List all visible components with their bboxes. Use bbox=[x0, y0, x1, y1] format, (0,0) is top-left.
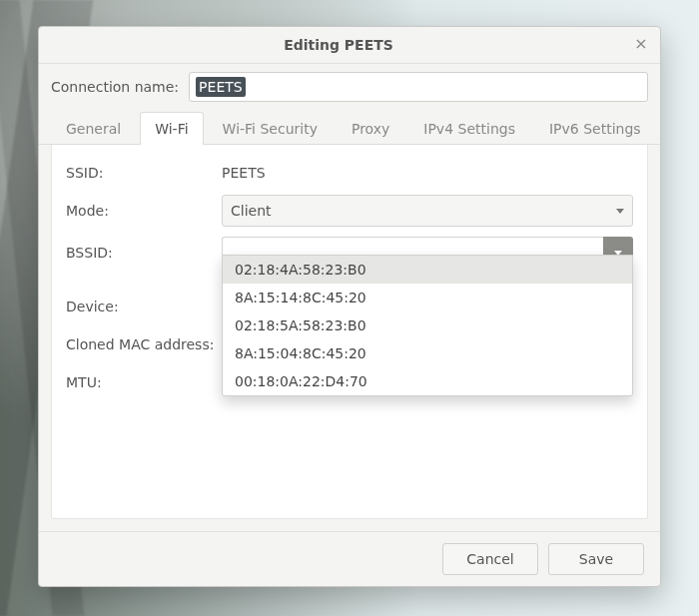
close-button[interactable]: × bbox=[630, 34, 652, 56]
tab-general[interactable]: General bbox=[51, 112, 136, 145]
dialog-footer: Cancel Save bbox=[39, 531, 660, 586]
bssid-option[interactable]: 00:18:0A:22:D4:70 bbox=[223, 367, 632, 395]
bssid-label: BSSID: bbox=[66, 245, 222, 261]
connection-name-label: Connection name: bbox=[51, 79, 179, 95]
connection-name-value: PEETS bbox=[196, 77, 246, 97]
tab-bar: General Wi-Fi Wi-Fi Security Proxy IPv4 … bbox=[39, 112, 660, 145]
ssid-label: SSID: bbox=[66, 165, 222, 181]
chevron-down-icon bbox=[616, 209, 624, 214]
ssid-row: SSID: PEETS bbox=[66, 157, 633, 189]
bssid-option[interactable]: 8A:15:14:8C:45:20 bbox=[223, 284, 632, 311]
wifi-panel: SSID: PEETS Mode: Client BSSID: Device bbox=[51, 145, 648, 519]
dialog-title: Editing PEETS bbox=[284, 37, 393, 53]
network-editor-dialog: Editing PEETS × Connection name: PEETS G… bbox=[38, 26, 661, 587]
bssid-option[interactable]: 8A:15:04:8C:45:20 bbox=[223, 339, 632, 367]
bssid-dropdown[interactable]: 02:18:4A:58:23:B0 8A:15:14:8C:45:20 02:1… bbox=[222, 255, 633, 396]
tab-ipv6-settings[interactable]: IPv6 Settings bbox=[534, 112, 656, 145]
mode-combo[interactable]: Client bbox=[222, 195, 633, 227]
mode-value: Client bbox=[231, 203, 272, 219]
titlebar: Editing PEETS × bbox=[39, 27, 660, 64]
tab-wifi[interactable]: Wi-Fi bbox=[140, 112, 203, 145]
tab-ipv4-settings[interactable]: IPv4 Settings bbox=[408, 112, 530, 145]
connection-name-row: Connection name: PEETS bbox=[39, 64, 660, 112]
bssid-option[interactable]: 02:18:5A:58:23:B0 bbox=[223, 311, 632, 339]
cloned-mac-label: Cloned MAC address: bbox=[66, 336, 222, 352]
tab-wifi-security[interactable]: Wi-Fi Security bbox=[208, 112, 333, 145]
bssid-option[interactable]: 02:18:4A:58:23:B0 bbox=[223, 256, 632, 284]
device-label: Device: bbox=[66, 299, 222, 314]
mtu-label: MTU: bbox=[66, 374, 222, 390]
mode-label: Mode: bbox=[66, 203, 222, 219]
mode-row: Mode: Client bbox=[66, 195, 633, 227]
cancel-button[interactable]: Cancel bbox=[442, 543, 538, 575]
connection-name-input[interactable]: PEETS bbox=[189, 72, 648, 102]
ssid-value: PEETS bbox=[222, 161, 633, 185]
save-button[interactable]: Save bbox=[548, 543, 644, 575]
tab-proxy[interactable]: Proxy bbox=[337, 112, 404, 145]
